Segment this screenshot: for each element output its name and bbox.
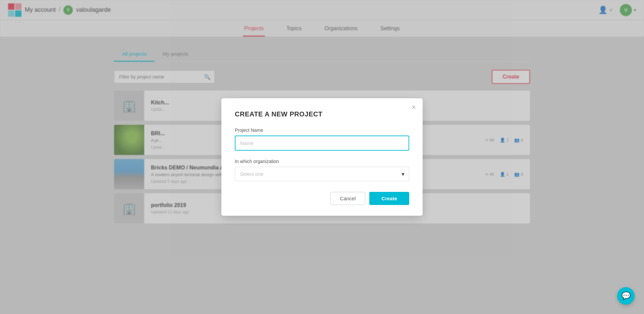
modal-overlay: × CREATE A NEW PROJECT Project Name In w… [0, 0, 644, 314]
cancel-button[interactable]: Cancel [330, 192, 366, 205]
modal-title: CREATE A NEW PROJECT [235, 110, 409, 118]
modal-close-button[interactable]: × [412, 104, 416, 111]
chat-icon: 💬 [622, 292, 631, 300]
modal-actions: Cancel Create [235, 192, 409, 205]
org-select[interactable]: Select one [235, 167, 409, 181]
project-name-label: Project Name [235, 127, 409, 133]
project-name-input[interactable] [235, 136, 409, 151]
chat-button[interactable]: 💬 [617, 287, 635, 305]
modal-create-button[interactable]: Create [369, 192, 409, 205]
org-select-wrap: Select one ▾ [235, 167, 409, 181]
org-label: In which organization [235, 159, 409, 164]
create-project-modal: × CREATE A NEW PROJECT Project Name In w… [221, 98, 423, 216]
